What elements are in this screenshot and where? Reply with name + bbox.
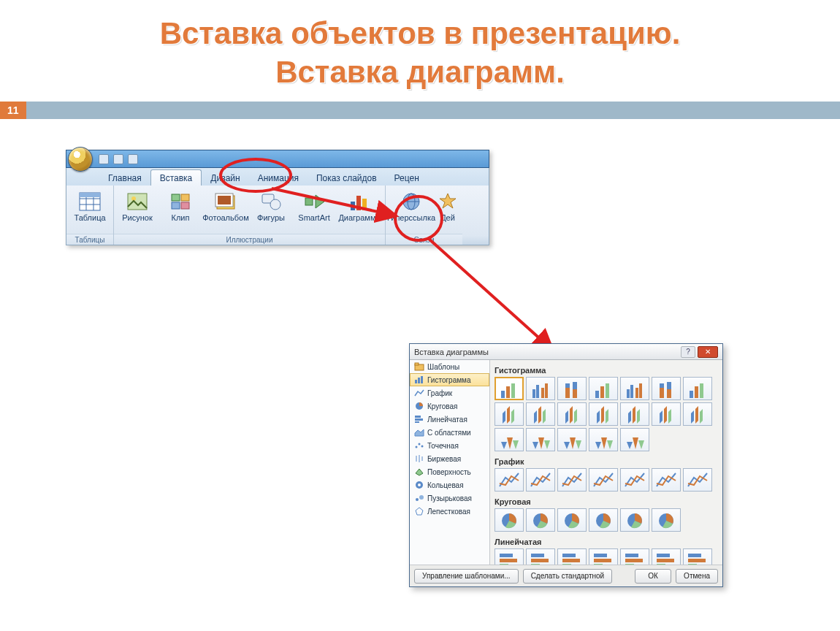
photoalbum-button[interactable]: Фотоальбом: [203, 188, 248, 232]
chart-thumb[interactable]: [495, 428, 524, 451]
chart-thumb[interactable]: [652, 548, 681, 565]
chart-button[interactable]: Диаграмма: [337, 188, 382, 232]
svg-rect-134: [657, 554, 670, 557]
chart-thumb[interactable]: [589, 428, 618, 451]
chart-thumb[interactable]: [589, 548, 618, 565]
save-icon[interactable]: [99, 154, 109, 164]
chart-thumb[interactable]: [620, 377, 649, 400]
svg-rect-75: [695, 386, 698, 398]
sidebar-item-line[interactable]: График: [410, 386, 489, 399]
chart-thumb-icon: [622, 549, 647, 565]
hyperlink-button[interactable]: Гиперссылка: [389, 188, 434, 232]
chart-thumb[interactable]: [495, 548, 524, 565]
clip-button[interactable]: Клип: [160, 188, 201, 232]
svg-marker-92: [660, 410, 663, 424]
sidebar-item-bar[interactable]: Гистограмма: [410, 373, 489, 386]
thumb-row: [495, 468, 718, 494]
redo-icon[interactable]: [128, 154, 138, 164]
chart-thumb[interactable]: [526, 508, 555, 532]
sidebar-item-scatter[interactable]: Точечная: [410, 439, 489, 452]
dialog-sidebar: ШаблоныГистограммаГрафикКруговаяЛинейчат…: [410, 360, 490, 565]
chart-thumb[interactable]: [620, 548, 649, 565]
svg-rect-63: [595, 391, 599, 398]
set-default-button[interactable]: Сделать стандартной: [523, 569, 613, 584]
sidebar-item-label: С областями: [427, 429, 471, 437]
action-button-label: Дей: [440, 213, 455, 232]
chart-thumb[interactable]: [652, 377, 681, 400]
sidebar-item-hbar[interactable]: Линейчатая: [410, 413, 489, 426]
chart-thumb[interactable]: [683, 402, 712, 426]
chart-thumb[interactable]: [589, 377, 618, 400]
chart-thumb[interactable]: [620, 508, 649, 532]
sidebar-item-pie[interactable]: Круговая: [410, 399, 489, 413]
chart-thumb[interactable]: [526, 468, 555, 492]
tab-slideshow[interactable]: Показ слайдов: [308, 170, 386, 186]
folder-icon: [414, 362, 424, 371]
table-button[interactable]: Таблица: [69, 188, 110, 232]
svg-marker-98: [501, 442, 507, 449]
chart-thumb[interactable]: [589, 402, 618, 426]
chart-thumb[interactable]: [652, 508, 681, 532]
svg-marker-79: [511, 409, 514, 424]
chart-thumb[interactable]: [683, 548, 712, 565]
chart-thumb[interactable]: [526, 548, 555, 565]
svg-rect-56: [536, 385, 539, 398]
tab-insert[interactable]: Вставка: [150, 169, 202, 186]
sidebar-item-bubble[interactable]: Пузырьковая: [410, 492, 489, 505]
photoalbum-button-label: Фотоальбом: [202, 213, 249, 232]
chart-thumb[interactable]: [495, 468, 524, 492]
sidebar-item-radar[interactable]: Лепестковая: [410, 505, 489, 518]
chart-thumb-icon: [560, 549, 584, 565]
chart-thumb[interactable]: [495, 508, 524, 532]
undo-icon[interactable]: [113, 154, 123, 164]
ok-button[interactable]: ОК: [635, 569, 671, 584]
tab-home[interactable]: Главная: [99, 170, 150, 186]
ribbon-screenshot: Главная Вставка Дизайн Анимация Показ сл…: [66, 150, 489, 245]
svg-rect-66: [627, 389, 630, 398]
chart-thumb[interactable]: [620, 428, 649, 451]
sidebar-item-area[interactable]: С областями: [410, 426, 489, 439]
shapes-button[interactable]: Фигуры: [251, 188, 291, 232]
svg-rect-6: [128, 194, 147, 210]
chart-thumb[interactable]: [683, 377, 712, 400]
chart-thumb[interactable]: [557, 508, 587, 532]
svg-marker-104: [564, 442, 570, 449]
chart-thumb[interactable]: [526, 402, 555, 426]
chart-thumb[interactable]: [526, 377, 555, 400]
chart-thumb[interactable]: [557, 428, 587, 451]
sidebar-item-stock[interactable]: Биржевая: [410, 452, 489, 465]
help-button[interactable]: ?: [681, 346, 695, 358]
chart-thumb[interactable]: [589, 468, 618, 492]
action-button[interactable]: Дей: [436, 188, 459, 232]
sidebar-item-surface[interactable]: Поверхность: [410, 465, 489, 478]
chart-thumb[interactable]: [557, 548, 587, 565]
manage-templates-button[interactable]: Управление шаблонами...: [414, 569, 519, 584]
hyperlink-button-label: Гиперссылка: [387, 213, 435, 232]
chart-thumb[interactable]: [557, 468, 587, 492]
tab-review[interactable]: Рецен: [386, 170, 428, 186]
chart-thumb[interactable]: [620, 402, 649, 426]
tab-animation[interactable]: Анимация: [249, 170, 308, 186]
chart-thumb[interactable]: [683, 468, 712, 492]
chart-thumb[interactable]: [557, 377, 587, 400]
close-button[interactable]: ✕: [698, 346, 718, 358]
category-header: Гистограмма: [495, 363, 718, 377]
office-orb-icon[interactable]: [68, 147, 93, 172]
chart-thumb[interactable]: [495, 377, 524, 400]
chart-thumb[interactable]: [652, 468, 681, 492]
chart-thumb-icon: [654, 509, 679, 531]
cancel-button[interactable]: Отмена: [676, 569, 718, 584]
picture-button[interactable]: Рисунок: [117, 188, 158, 232]
tab-design[interactable]: Дизайн: [202, 170, 248, 186]
smartart-button[interactable]: SmartArt: [294, 188, 335, 232]
chart-thumb[interactable]: [620, 468, 649, 492]
chart-thumb[interactable]: [557, 402, 587, 426]
sidebar-item-folder[interactable]: Шаблоны: [410, 360, 489, 373]
chart-thumb[interactable]: [652, 402, 681, 426]
chart-thumb[interactable]: [526, 428, 555, 451]
chart-thumb[interactable]: [495, 402, 524, 426]
sidebar-item-doughnut[interactable]: Кольцевая: [410, 478, 489, 492]
chart-thumb[interactable]: [589, 508, 618, 532]
sidebar-item-label: Точечная: [427, 442, 459, 450]
divider-stripe: 11: [0, 102, 840, 119]
